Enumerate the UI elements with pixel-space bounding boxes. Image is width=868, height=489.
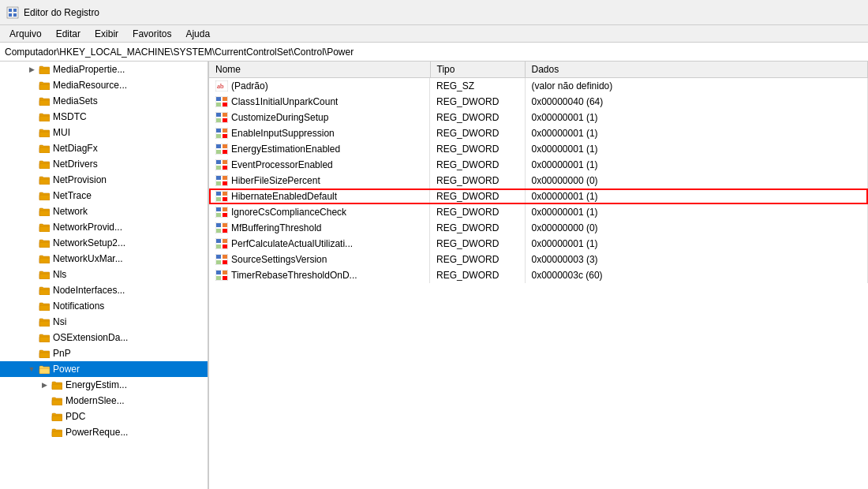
- svg-rect-72: [216, 223, 221, 227]
- tree-item-msdtc[interactable]: MSDTC: [0, 109, 208, 125]
- table-row[interactable]: EnergyEstimationEnabledREG_DWORD0x000000…: [209, 141, 868, 157]
- cell-type-1: REG_DWORD: [430, 94, 525, 110]
- folder-icon-networkproviders: [38, 222, 51, 233]
- tree-item-notifications[interactable]: Notifications: [0, 298, 208, 314]
- svg-rect-45: [223, 134, 227, 138]
- tree-label-mui: MUI: [53, 127, 70, 138]
- svg-rect-22: [39, 337, 50, 342]
- data-pane[interactable]: Nome Tipo Dados ab (Padrão)REG_SZ(valor …: [209, 62, 868, 489]
- menu-editar[interactable]: Editar: [50, 27, 87, 41]
- cell-name-10: PerfCalculateActualUtilizati...: [209, 236, 430, 252]
- cell-name-11: SourceSettingsVersion: [209, 252, 430, 267]
- svg-rect-53: [223, 160, 227, 164]
- cell-data-12: 0x0000003c (60): [525, 267, 868, 283]
- folder-icon-nettrace: [38, 190, 51, 201]
- tree-item-netprovision[interactable]: NetProvision: [0, 172, 208, 188]
- cell-name-12: TimerRebaseThresholdOnD...: [209, 267, 430, 283]
- svg-rect-26: [52, 400, 62, 405]
- table-row[interactable]: ab (Padrão)REG_SZ(valor não definido): [209, 78, 868, 95]
- svg-rect-69: [216, 213, 221, 217]
- tree-label-osextensionda: OSExtensionDa...: [53, 332, 128, 343]
- folder-icon-notifications: [38, 300, 51, 312]
- svg-rect-38: [223, 113, 227, 117]
- folder-icon-powerreque: [51, 427, 63, 438]
- svg-rect-63: [223, 192, 227, 196]
- table-row[interactable]: EventProcessorEnabledREG_DWORD0x00000001…: [209, 157, 868, 173]
- tree-item-mediaproperties[interactable]: ▶ MediaPropertie...: [0, 62, 208, 77]
- tree-label-netdrivers: NetDrivers: [53, 159, 98, 170]
- tree-item-mediaresources[interactable]: MediaResource...: [0, 77, 208, 93]
- table-row[interactable]: PerfCalculateActualUtilizati...REG_DWORD…: [209, 236, 868, 252]
- tree-item-pdc[interactable]: PDC: [0, 409, 208, 424]
- svg-rect-57: [216, 176, 221, 180]
- table-row[interactable]: IgnoreCsComplianceCheckREG_DWORD0x000000…: [209, 204, 868, 220]
- svg-rect-12: [39, 179, 50, 185]
- tree-arrow-energyestim[interactable]: ▶: [38, 381, 51, 389]
- cell-name-3: EnableInputSuppression: [209, 125, 430, 141]
- tree-item-osextensionda[interactable]: OSExtensionDa...: [0, 330, 208, 345]
- app-icon: [6, 6, 19, 19]
- tree-item-networkproviders[interactable]: NetworkProvid...: [0, 219, 208, 235]
- tree-label-netdiagfx: NetDiagFx: [53, 143, 98, 154]
- svg-rect-60: [223, 181, 227, 185]
- tree-item-nettrace[interactable]: NetTrace: [0, 188, 208, 203]
- tree-item-netdiagfx[interactable]: NetDiagFx: [0, 140, 208, 156]
- table-row[interactable]: HiberFileSizePercentREG_DWORD0x00000000 …: [209, 173, 868, 189]
- svg-rect-58: [223, 176, 227, 180]
- tree-item-networkuxmar[interactable]: NetworkUxMar...: [0, 251, 208, 267]
- table-row[interactable]: CustomizeDuringSetupREG_DWORD0x00000001 …: [209, 110, 868, 125]
- tree-item-nls[interactable]: Nls: [0, 267, 208, 282]
- svg-rect-33: [223, 97, 227, 101]
- svg-rect-24: [39, 368, 50, 374]
- tree-label-pnp: PnP: [53, 348, 71, 359]
- tree-pane[interactable]: ▶ MediaPropertie... MediaResource... Med…: [0, 62, 209, 489]
- svg-rect-19: [39, 289, 50, 295]
- tree-arrow-power[interactable]: ▼: [25, 365, 38, 373]
- folder-icon-nls: [38, 269, 51, 280]
- menu-exibir[interactable]: Exibir: [88, 27, 125, 41]
- svg-rect-17: [39, 258, 50, 263]
- cell-type-7: REG_DWORD: [430, 189, 525, 204]
- cell-type-8: REG_DWORD: [430, 204, 525, 220]
- table-row[interactable]: EnableInputSuppressionREG_DWORD0x0000000…: [209, 125, 868, 141]
- main-content: ▶ MediaPropertie... MediaResource... Med…: [0, 62, 868, 489]
- cell-type-4: REG_DWORD: [430, 141, 525, 157]
- tree-item-nsi[interactable]: Nsi: [0, 314, 208, 330]
- table-row[interactable]: HibernateEnabledDefaultREG_DWORD0x000000…: [209, 189, 868, 204]
- tree-item-networksetup2[interactable]: NetworkSetup2...: [0, 235, 208, 251]
- svg-rect-11: [39, 163, 50, 169]
- tree-item-mui[interactable]: MUI: [0, 125, 208, 140]
- tree-label-mediasets: MediaSets: [53, 95, 98, 106]
- svg-rect-47: [216, 144, 221, 148]
- tree-item-netdrivers[interactable]: NetDrivers: [0, 156, 208, 172]
- table-row[interactable]: TimerRebaseThresholdOnD...REG_DWORD0x000…: [209, 267, 868, 283]
- menu-arquivo[interactable]: Arquivo: [3, 27, 48, 41]
- tree-item-power[interactable]: ▼ Power: [0, 361, 208, 377]
- title-bar: Editor do Registro: [0, 0, 868, 25]
- tree-item-pnp[interactable]: PnP: [0, 345, 208, 361]
- tree-label-nettrace: NetTrace: [53, 190, 92, 201]
- menu-favoritos[interactable]: Favoritos: [126, 27, 178, 41]
- folder-icon-nodeinterfaces: [38, 285, 51, 296]
- svg-rect-88: [223, 271, 227, 274]
- svg-rect-39: [216, 118, 221, 122]
- table-row[interactable]: Class1InitialUnparkCountREG_DWORD0x00000…: [209, 94, 868, 110]
- tree-item-mediasets[interactable]: MediaSets: [0, 93, 208, 109]
- svg-rect-59: [216, 181, 221, 185]
- svg-rect-6: [39, 84, 50, 90]
- tree-item-modernslee[interactable]: ModernSlee...: [0, 393, 208, 409]
- tree-item-energyestim[interactable]: ▶ EnergyEstim...: [0, 377, 208, 393]
- tree-item-powerreque[interactable]: PowerReque...: [0, 424, 208, 440]
- tree-arrow-mediaproperties[interactable]: ▶: [25, 65, 38, 73]
- svg-rect-15: [39, 226, 50, 232]
- cell-data-1: 0x00000040 (64): [525, 94, 868, 110]
- menu-ajuda[interactable]: Ajuda: [179, 27, 216, 41]
- cell-name-1: Class1InitialUnparkCount: [209, 94, 430, 110]
- tree-item-nodeinterfaces[interactable]: NodeInterfaces...: [0, 282, 208, 298]
- table-row[interactable]: SourceSettingsVersionREG_DWORD0x00000003…: [209, 252, 868, 267]
- cell-type-12: REG_DWORD: [430, 267, 525, 283]
- folder-icon-networksetup2: [38, 237, 51, 248]
- svg-text:ab: ab: [217, 82, 224, 90]
- table-row[interactable]: MfBufferingThresholdREG_DWORD0x00000000 …: [209, 220, 868, 236]
- tree-item-network[interactable]: Network: [0, 203, 208, 219]
